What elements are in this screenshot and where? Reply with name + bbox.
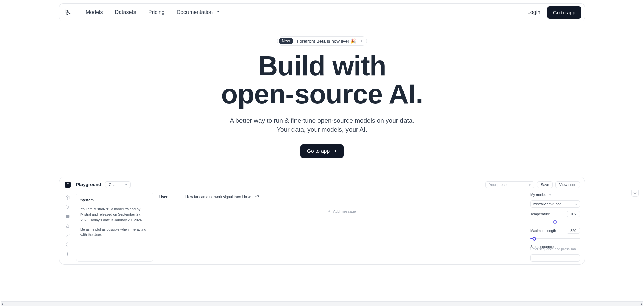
hero-section: New Forefront Beta is now live! 🎉 Build …: [59, 36, 585, 158]
key-icon[interactable]: [65, 233, 70, 237]
login-button[interactable]: Login: [526, 7, 542, 18]
max-length-label: Maximum length: [530, 229, 556, 233]
max-length-value[interactable]: 320: [567, 228, 580, 234]
presets-selector[interactable]: Your presets: [485, 181, 534, 188]
folder-icon[interactable]: [65, 214, 70, 219]
system-body-p2: Be as helpful as possible when interacti…: [80, 227, 149, 238]
playground-topbar: Playground Chat Your presets Save View c…: [76, 181, 580, 188]
max-length-slider[interactable]: [530, 236, 580, 241]
nav-link-documentation-label: Documentation: [177, 9, 213, 15]
hero-title-line-1: Build with: [258, 50, 386, 81]
plus-icon: [328, 210, 331, 213]
max-length-row: Maximum length 320: [530, 228, 580, 234]
mode-selector-label: Chat: [109, 183, 116, 187]
my-models-label[interactable]: My models: [530, 193, 580, 197]
model-selected-label: mistral-chat-tuned: [533, 202, 561, 206]
top-navbar: Models Datasets Pricing Documentation Lo…: [59, 3, 585, 21]
chevron-down-icon: [125, 183, 127, 186]
stop-sequences-hint: Enter sequence and press Tab: [530, 247, 580, 251]
playground-screenshot-panel: F Playgr: [59, 177, 585, 265]
external-link-icon: [216, 10, 220, 14]
refresh-icon[interactable]: [65, 242, 70, 247]
playground-logo-icon: F: [65, 182, 71, 188]
gear-icon[interactable]: [65, 252, 70, 256]
my-models-text: My models: [530, 193, 547, 197]
playground-top-right: Your presets Save View code: [485, 181, 580, 188]
temperature-label: Temperature: [530, 212, 550, 216]
nav-link-documentation[interactable]: Documentation: [175, 7, 222, 17]
conversation-panel: User How far can a network signal travel…: [159, 193, 524, 262]
hero-sub-line-1: A better way to run & fine-tune open-sou…: [230, 117, 414, 124]
announcement-text: Forefront Beta is now live! 🎉: [297, 38, 356, 44]
go-to-app-hero-button[interactable]: Go to app: [300, 144, 344, 158]
cube-icon[interactable]: [65, 195, 70, 200]
horizontal-scrollbar[interactable]: ◄ ►: [1, 301, 643, 306]
svg-point-4: [67, 253, 68, 255]
system-body-p1: You are Mistral-7B, a model trained by M…: [80, 206, 149, 223]
view-code-button[interactable]: View code: [555, 181, 580, 188]
nav-link-datasets[interactable]: Datasets: [114, 7, 138, 17]
scroll-left-arrow-icon[interactable]: ◄: [1, 302, 4, 306]
arrow-right-icon: [332, 149, 337, 154]
sliders-icon[interactable]: [65, 205, 70, 209]
add-message-label: Add message: [333, 209, 356, 213]
message-text: How far can a network signal travel in w…: [185, 195, 259, 199]
scroll-right-arrow-icon[interactable]: ►: [640, 302, 643, 306]
go-to-app-nav-button[interactable]: Go to app: [547, 6, 581, 19]
temperature-value[interactable]: 0.5: [567, 211, 580, 217]
playground-sidebar: F: [62, 180, 73, 262]
playground-body: System You are Mistral-7B, a model train…: [76, 193, 580, 262]
model-controls-panel: My models mistral-chat-tuned Temperature…: [530, 193, 580, 262]
presets-placeholder: Your presets: [489, 183, 509, 187]
chevron-down-icon: [575, 202, 577, 206]
flask-icon[interactable]: [65, 223, 70, 228]
announcement-new-badge: New: [279, 38, 293, 44]
system-prompt-panel[interactable]: System You are Mistral-7B, a model train…: [76, 193, 153, 262]
temperature-row: Temperature 0.5: [530, 211, 580, 217]
system-heading: System: [80, 197, 149, 203]
announcement-pill[interactable]: New Forefront Beta is now live! 🎉: [277, 36, 367, 46]
temperature-slider[interactable]: [530, 220, 580, 224]
nav-link-pricing[interactable]: Pricing: [147, 7, 166, 17]
nav-right-group: Login Go to app: [526, 6, 581, 19]
playground-title: Playground: [76, 182, 101, 187]
mode-selector[interactable]: Chat: [105, 181, 130, 188]
brand-logo-icon: [64, 8, 72, 16]
nav-link-models[interactable]: Models: [84, 7, 104, 17]
conversation-row[interactable]: User How far can a network signal travel…: [159, 193, 524, 205]
stop-sequences-input[interactable]: [530, 254, 580, 262]
playground-main: Playground Chat Your presets Save View c…: [73, 180, 582, 262]
model-selector[interactable]: mistral-chat-tuned: [530, 200, 580, 208]
hero-cta-label: Go to app: [307, 148, 330, 154]
hero-sub-line-2: Your data, your models, your AI.: [277, 126, 367, 133]
chevron-down-icon: [549, 193, 551, 197]
hero-title: Build with open-source AI.: [59, 52, 585, 108]
collapse-panel-toggle[interactable]: [631, 189, 639, 197]
add-message-button[interactable]: Add message: [159, 205, 524, 217]
nav-left-group: Models Datasets Pricing Documentation: [64, 7, 221, 17]
save-button[interactable]: Save: [537, 181, 553, 188]
message-role: User: [159, 195, 173, 199]
chevron-down-icon: [529, 183, 531, 187]
svg-point-3: [66, 235, 68, 236]
chevron-right-icon: [359, 39, 363, 43]
hero-subtitle: A better way to run & fine-tune open-sou…: [59, 116, 585, 134]
hero-title-line-2: open-source AI.: [221, 79, 423, 109]
